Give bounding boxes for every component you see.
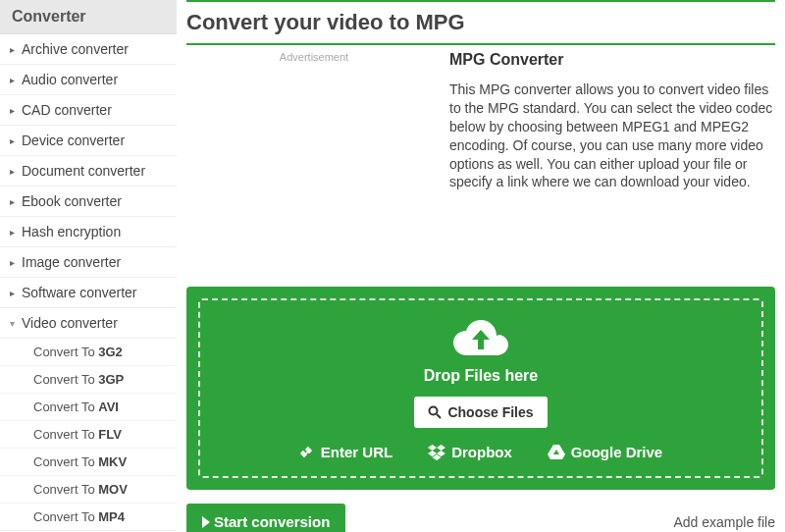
svg-line-1 xyxy=(437,414,441,418)
sidebar-category-label: Audio converter xyxy=(22,72,118,87)
sidebar-category-label: Video converter xyxy=(22,315,118,331)
dropbox-link[interactable]: Dropbox xyxy=(428,444,512,460)
sidebar-title: Converter xyxy=(0,0,177,34)
file-dropzone[interactable]: Drop Files here Choose Files Enter URL D… xyxy=(186,287,775,490)
chevron-down-icon: ▾ xyxy=(10,318,22,329)
sidebar-category[interactable]: ▸ Software converter xyxy=(0,278,177,308)
main-content: Convert your video to MPG Advertisement … xyxy=(177,0,785,532)
top-rule xyxy=(186,0,775,2)
sidebar-subitem[interactable]: Convert To 3G2 xyxy=(0,339,177,366)
ad-label: Advertisement xyxy=(186,51,442,63)
converter-description: This MPG converter allows you to convert… xyxy=(449,80,775,191)
sidebar-category-label: Image converter xyxy=(22,254,121,270)
sidebar-category[interactable]: ▸ Document converter xyxy=(0,156,177,186)
add-example-file-link[interactable]: Add example file xyxy=(673,514,775,530)
sidebar-subitem[interactable]: Convert To MKV xyxy=(0,449,177,476)
sidebar-category[interactable]: ▸ Hash encryption xyxy=(0,217,177,247)
sidebar-category[interactable]: ▸ Ebook converter xyxy=(0,186,177,217)
sidebar-category-label: Document converter xyxy=(22,163,145,179)
sidebar-category[interactable]: ▾ Video converter xyxy=(0,308,177,339)
svg-point-0 xyxy=(430,407,438,415)
link-icon xyxy=(299,445,315,460)
sidebar-subitem[interactable]: Convert To MP4 xyxy=(0,504,177,531)
chevron-right-icon: ▸ xyxy=(10,227,22,238)
sidebar-category-label: Hash encryption xyxy=(22,224,121,239)
chevron-right-icon: ▸ xyxy=(10,288,22,298)
chevron-right-icon: ▸ xyxy=(10,166,22,177)
converter-subtitle: MPG Converter xyxy=(449,51,775,69)
chevron-right-icon: ▸ xyxy=(10,105,22,116)
chevron-right-icon: ▸ xyxy=(10,135,22,146)
sidebar-category[interactable]: ▸ Archive converter xyxy=(0,34,177,65)
sidebar-category-label: CAD converter xyxy=(22,102,112,118)
google-drive-link[interactable]: Google Drive xyxy=(548,444,662,460)
sidebar-category[interactable]: ▸ Image converter xyxy=(0,247,177,278)
dropbox-icon xyxy=(428,445,445,460)
drop-files-label: Drop Files here xyxy=(210,367,752,385)
sidebar-subitem[interactable]: Convert To FLV xyxy=(0,421,177,449)
cloud-upload-icon xyxy=(451,318,510,359)
sidebar-category-label: Archive converter xyxy=(22,41,129,57)
chevron-right-icon: ▸ xyxy=(10,75,22,85)
sidebar-category[interactable]: ▸ Device converter xyxy=(0,126,177,156)
sidebar-category-label: Software converter xyxy=(22,285,137,300)
enter-url-link[interactable]: Enter URL xyxy=(299,444,392,460)
sidebar-subitem[interactable]: Convert To MOV xyxy=(0,476,177,504)
sidebar-category[interactable]: ▸ Audio converter xyxy=(0,65,177,95)
search-icon xyxy=(428,405,442,419)
chevron-right-icon: ▸ xyxy=(10,257,22,268)
start-conversion-button[interactable]: Start conversion xyxy=(186,504,345,532)
page-title: Convert your video to MPG xyxy=(186,4,775,45)
sidebar-category[interactable]: ▸ CAD converter xyxy=(0,95,177,126)
sidebar-subitem[interactable]: Convert To AVI xyxy=(0,394,177,421)
chevron-right-icon: ▸ xyxy=(10,196,22,207)
google-drive-icon xyxy=(548,445,565,460)
choose-files-label: Choose Files xyxy=(447,404,533,420)
ad-slot: Advertisement xyxy=(186,51,442,277)
choose-files-button[interactable]: Choose Files xyxy=(414,397,547,428)
sidebar-category-label: Device converter xyxy=(22,133,125,148)
sidebar-subitem[interactable]: Convert To 3GP xyxy=(0,366,177,394)
sidebar: Converter ▸ Archive converter▸ Audio con… xyxy=(0,0,177,532)
sidebar-category-label: Ebook converter xyxy=(22,193,122,209)
chevron-right-icon: ▸ xyxy=(10,44,22,55)
chevron-right-icon xyxy=(202,516,210,528)
